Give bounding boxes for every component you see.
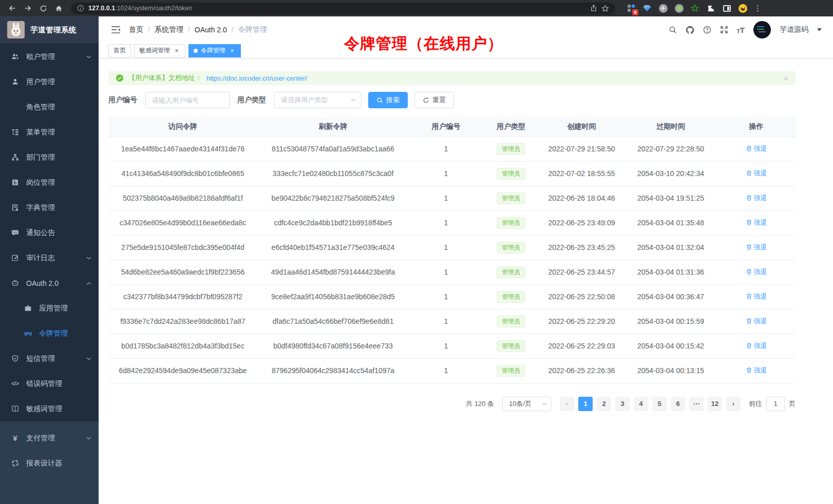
page-button-3[interactable]: 3 — [615, 397, 630, 411]
page-button-4[interactable]: 4 — [634, 397, 648, 411]
browser-reload-icon[interactable] — [37, 2, 49, 14]
site-info-icon[interactable] — [77, 5, 84, 12]
force-logout-label: 强退 — [754, 169, 767, 178]
tab-token[interactable]: 令牌管理× — [188, 44, 241, 57]
user-avatar[interactable] — [753, 21, 771, 38]
sidebar-item-user[interactable]: 用户管理 — [0, 69, 99, 94]
force-logout-button[interactable]: 强退 — [746, 267, 767, 277]
refresh-token-cell: dfa6c71a50a54c66bef706ef9e6e8d81 — [257, 309, 409, 334]
prev-page-button[interactable]: ‹ — [560, 397, 574, 411]
sidebar-item-label: 通知公告 — [26, 228, 55, 238]
errcode-icon: </> — [11, 381, 20, 386]
force-logout-button[interactable]: 强退 — [746, 292, 767, 301]
page-button-6[interactable]: 6 — [671, 397, 685, 411]
sidebar-collapse-icon[interactable] — [111, 26, 120, 33]
breadcrumb-oauth2[interactable]: OAuth 2.0 — [195, 26, 227, 34]
browser-forward-icon[interactable] — [22, 2, 34, 14]
browser-home-icon[interactable] — [52, 2, 65, 14]
force-logout-button[interactable]: 强退 — [746, 243, 767, 252]
goto-page-input[interactable] — [766, 397, 785, 411]
force-logout-button[interactable]: 强退 — [746, 193, 767, 203]
sidebar-item-label: 用户管理 — [26, 77, 55, 87]
page-button-5[interactable]: 5 — [652, 397, 667, 411]
page-ellipsis[interactable]: ⋯ — [689, 397, 704, 411]
navbar-actions: TT 芋道源码 — [669, 21, 822, 38]
user-type-select[interactable]: 请选择用户类型 — [274, 92, 362, 108]
sidebar-item-oauth2-token[interactable]: ((A))令牌管理 — [0, 321, 99, 346]
pagination: 共 120 条 10条/页 ‹123456⋯12› 前往 页 — [108, 397, 796, 411]
tab-sensitive-words[interactable]: 敏感词管理× — [134, 44, 185, 57]
search-button[interactable]: 搜索 — [368, 92, 408, 108]
sidebar-item-notice[interactable]: 通知公告 — [0, 220, 99, 245]
create-time-cell: 2022-06-25 22:29:03 — [539, 334, 624, 358]
alert-close-icon[interactable]: × — [784, 74, 788, 83]
browser-menu-icon[interactable]: ⋮ — [754, 4, 762, 13]
sidebar-item-oauth2[interactable]: OAuth 2.0 — [0, 270, 99, 296]
github-icon[interactable] — [686, 26, 694, 34]
user-type-cell: 管理员 — [483, 309, 539, 334]
sidebar-item-sms[interactable]: 短信管理 — [0, 346, 99, 371]
sidebar-menu: 租户管理用户管理角色管理菜单管理部门管理岗位管理字典管理通知公告审计日志OAut… — [0, 43, 99, 421]
address-bar[interactable]: 127.0.0.1:1024/system/oauth2/token — [71, 3, 615, 14]
browser-chrome: 127.0.0.1:1024/system/oauth2/token 9 ⋮ — [0, 0, 833, 16]
next-page-button[interactable]: › — [726, 397, 741, 411]
force-logout-button[interactable]: 强退 — [746, 144, 767, 153]
sidebar-item-pay[interactable]: ¥支付管理 — [0, 425, 99, 451]
header-search-icon[interactable] — [669, 26, 677, 34]
breadcrumb-system[interactable]: 系统管理 — [155, 25, 183, 34]
breadcrumb-home[interactable]: 首页 — [129, 25, 143, 34]
sidebar-menu-bottom: ¥支付管理报表设计器 — [0, 421, 99, 504]
sidebar-item-role[interactable]: 角色管理 — [0, 94, 99, 120]
sidebar-item-post[interactable]: 岗位管理 — [0, 170, 99, 195]
sidebar-item-tenant[interactable]: 租户管理 — [0, 44, 99, 69]
record-circle-extension-icon[interactable] — [674, 4, 684, 13]
sidebar-item-dict[interactable]: 字典管理 — [0, 195, 99, 220]
user-id-input[interactable] — [145, 92, 230, 108]
force-logout-button[interactable]: 强退 — [746, 366, 767, 375]
user-id-cell: 1 — [409, 260, 483, 284]
gem-extension-icon[interactable] — [642, 4, 652, 13]
side-panel-icon[interactable] — [722, 4, 731, 13]
tab-home[interactable]: 首页 — [108, 44, 131, 57]
help-icon[interactable] — [703, 26, 711, 34]
fullscreen-icon[interactable] — [720, 26, 728, 34]
tab-close-icon[interactable]: × — [173, 47, 180, 54]
page-button-2[interactable]: 2 — [597, 397, 611, 411]
page-button-12[interactable]: 12 — [708, 397, 722, 411]
main-area: 首页 / 系统管理 / OAuth 2.0 / 令牌管理 TT 芋道源码 首页敏… — [99, 16, 833, 504]
doc-link[interactable]: https://doc.iocoder.cn/user-center/ — [206, 74, 307, 82]
bookmark-star-icon[interactable] — [601, 5, 609, 12]
sidebar-item-errcode[interactable]: </>错误码管理 — [0, 371, 99, 396]
browser-back-icon[interactable] — [6, 2, 18, 14]
column-header: 操作 — [717, 117, 796, 137]
sidebar-item-label: 租户管理 — [26, 52, 55, 62]
page-size-select[interactable]: 10条/页 — [502, 397, 552, 411]
extension-grid-icon[interactable]: 9 — [627, 4, 636, 13]
force-logout-button[interactable]: 强退 — [746, 169, 767, 178]
force-logout-button[interactable]: 强退 — [746, 341, 767, 351]
font-size-icon[interactable]: TT — [737, 26, 745, 34]
force-logout-button[interactable]: 强退 — [746, 317, 767, 326]
sidebar-item-sensitive[interactable]: 敏感词管理 — [0, 396, 99, 421]
puzzle-extension-icon[interactable] — [706, 4, 715, 13]
emoji-profile-icon[interactable] — [738, 4, 747, 13]
grey-circle-extension-icon[interactable] — [658, 4, 668, 13]
sidebar-item-dept[interactable]: 部门管理 — [0, 145, 99, 170]
reset-button[interactable]: 重置 — [414, 92, 454, 108]
green-star-extension-icon[interactable] — [690, 4, 699, 13]
force-logout-button[interactable]: 强退 — [746, 218, 767, 227]
table-row: c342377bf8b344799dcbf7bf095287f29ce8ef2a… — [108, 284, 796, 309]
user-id-cell: 1 — [409, 210, 483, 235]
share-icon[interactable] — [590, 5, 597, 12]
user-type-badge: 管理员 — [497, 266, 525, 278]
sidebar-item-menu[interactable]: 菜单管理 — [0, 120, 99, 145]
user-type-cell: 管理员 — [483, 186, 539, 210]
sidebar-item-report[interactable]: 报表设计器 — [0, 451, 99, 476]
app-logo[interactable]: 芋道管理系统 — [0, 16, 99, 43]
tab-close-icon[interactable]: × — [229, 47, 236, 54]
sidebar-item-audit[interactable]: 审计日志 — [0, 245, 99, 270]
sidebar-item-oauth2-app[interactable]: 应用管理 — [0, 296, 99, 321]
user-menu-caret-icon[interactable] — [817, 28, 822, 31]
page-button-1[interactable]: 1 — [578, 397, 593, 411]
table-row: 6d842e2924594de9a09e45e087323abe8796295f… — [108, 358, 796, 383]
